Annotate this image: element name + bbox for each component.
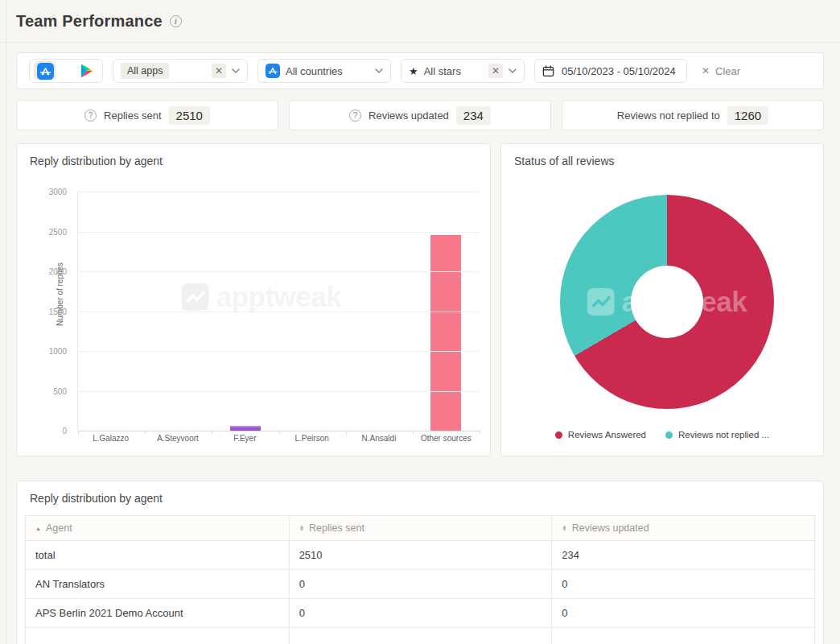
chart-legend: Reviews AnsweredReviews not replied ... <box>501 430 823 440</box>
stars-clear-icon[interactable]: ✕ <box>488 64 503 78</box>
apps-clear-icon[interactable]: ✕ <box>212 64 226 78</box>
legend-dot <box>665 431 673 439</box>
column-header-reviews-updated[interactable]: ▲▼Reviews updated <box>552 516 815 541</box>
table-card: Reply distribution by agent ▲Agent▲▼Repl… <box>16 481 824 644</box>
app-store-icon <box>266 64 280 78</box>
stat-value: 1260 <box>727 106 768 125</box>
x-axis-label: Other sources <box>413 434 480 443</box>
chart-title: Reply distribution by agent <box>30 155 163 167</box>
sort-icon[interactable]: ▲▼ <box>299 525 304 531</box>
help-icon[interactable]: ? <box>84 109 97 122</box>
table-cell: 0 <box>289 599 552 628</box>
legend-label: Reviews not replied ... <box>678 430 769 440</box>
window-edge <box>6 0 6 644</box>
y-tick-label: 500 <box>53 386 67 395</box>
stat-label: Reviews updated <box>369 109 449 122</box>
google-play-toggle-button[interactable] <box>76 61 98 80</box>
countries-filter[interactable]: All countries <box>257 59 391 83</box>
stat-value: 234 <box>456 106 491 125</box>
table-row: AN Translators00 <box>26 570 815 599</box>
column-header-label: Replies sent <box>309 522 364 534</box>
x-axis-label: L.Galazzo <box>77 434 144 443</box>
grid-line <box>78 431 480 431</box>
y-tick-label: 0 <box>62 427 67 436</box>
stat-card-reviews-updated: ? Reviews updated 234 <box>289 100 551 130</box>
agents-table: ▲Agent▲▼Replies sent▲▼Reviews updated to… <box>25 515 815 644</box>
stars-filter[interactable]: ★ All stars ✕ <box>401 59 525 83</box>
stat-card-reviews-not-replied: Reviews not replied to 1260 <box>562 100 824 130</box>
y-tick-label: 2500 <box>49 227 67 236</box>
chevron-down-icon[interactable] <box>509 68 517 73</box>
y-tick-label: 1000 <box>49 347 67 356</box>
countries-filter-label: All countries <box>286 65 343 77</box>
column-header-inner: ▲▼Replies sent <box>299 522 542 534</box>
legend-item: Reviews Answered <box>555 430 646 440</box>
apps-filter[interactable]: All apps ✕ <box>113 59 248 83</box>
date-range-value: 05/10/2023 - 05/10/2024 <box>562 65 676 77</box>
filter-bar: All apps ✕ All countries ★ All stars ✕ <box>16 52 824 89</box>
donut-hole <box>631 266 703 338</box>
store-toggle <box>29 59 103 83</box>
grid-line <box>78 391 480 392</box>
table-cell: 0 <box>552 570 815 599</box>
calendar-icon <box>542 65 554 77</box>
stat-label: Reviews not replied to <box>617 109 720 122</box>
star-icon: ★ <box>409 66 418 76</box>
column-header-inner: ▲Agent <box>35 522 279 534</box>
table-row: APS Berlin 2021 Demo Account00 <box>26 599 815 628</box>
column-header-replies-sent[interactable]: ▲▼Replies sent <box>289 516 552 541</box>
table-cell: 234 <box>552 541 815 570</box>
google-play-icon <box>80 63 94 79</box>
column-header-label: Reviews updated <box>572 522 649 534</box>
y-tick-label: 3000 <box>49 188 67 196</box>
table-cell: 2510 <box>289 541 552 570</box>
table-cell: AN Translators <box>26 570 290 599</box>
apps-filter-chip[interactable]: All apps <box>121 63 169 79</box>
table-cell: total <box>26 541 290 570</box>
stats-row: ? Replies sent 2510 ? Reviews updated 23… <box>16 100 824 130</box>
table-row: total2510234 <box>26 541 815 570</box>
y-tick-label: 2000 <box>49 267 67 276</box>
legend-label: Reviews Answered <box>568 430 646 440</box>
grid-line <box>78 271 480 272</box>
x-axis-label: N.Ansaldi <box>345 434 412 443</box>
column-header-inner: ▲▼Reviews updated <box>562 522 805 534</box>
bar <box>430 235 461 431</box>
table-cell <box>552 628 815 644</box>
y-tick-label: 1500 <box>49 307 67 316</box>
app-store-toggle-button[interactable] <box>34 61 56 80</box>
date-range-picker[interactable]: 05/10/2023 - 05/10/2024 <box>534 59 687 83</box>
legend-item: Reviews not replied ... <box>665 430 769 440</box>
y-axis-ticks: 050010001500200025003000 <box>17 192 73 431</box>
column-header-agent[interactable]: ▲Agent <box>26 516 290 541</box>
donut-chart-card: Status of all reviews apptweak Reviews A… <box>500 143 824 456</box>
clear-filters-label: Clear <box>715 65 740 77</box>
clear-filters-button[interactable]: ✕ Clear <box>702 65 740 77</box>
grid-line <box>78 312 480 312</box>
stars-filter-label: All stars <box>424 65 461 77</box>
stat-value: 2510 <box>169 106 210 125</box>
info-icon[interactable]: i <box>170 15 182 27</box>
x-axis-label: F.Eyer <box>212 434 278 443</box>
page-header: Team Performance i <box>0 0 840 43</box>
table-row <box>26 628 815 644</box>
sort-icon[interactable]: ▲▼ <box>562 525 566 531</box>
stat-card-replies-sent: ? Replies sent 2510 <box>16 100 278 130</box>
bar-chart-card: Reply distribution by agent Number of re… <box>16 143 491 456</box>
page-title: Team Performance <box>16 12 163 31</box>
x-axis-label: L.Peirson <box>278 434 345 443</box>
legend-dot <box>555 431 562 439</box>
chart-title: Status of all reviews <box>514 155 615 167</box>
grid-line <box>78 232 480 233</box>
help-icon[interactable]: ? <box>349 109 361 122</box>
chevron-down-icon[interactable] <box>375 68 383 73</box>
grid-line <box>78 192 480 192</box>
table-cell: 0 <box>289 570 552 599</box>
sort-asc-icon[interactable]: ▲ <box>35 526 41 531</box>
stat-label: Replies sent <box>104 109 162 122</box>
chevron-down-icon[interactable] <box>232 68 240 73</box>
table-title: Reply distribution by agent <box>30 492 815 505</box>
bar-chart-plot <box>77 192 480 431</box>
app-store-icon <box>37 63 54 80</box>
x-axis-labels: L.GalazzoA.SteyvoortF.EyerL.PeirsonN.Ans… <box>77 434 480 443</box>
